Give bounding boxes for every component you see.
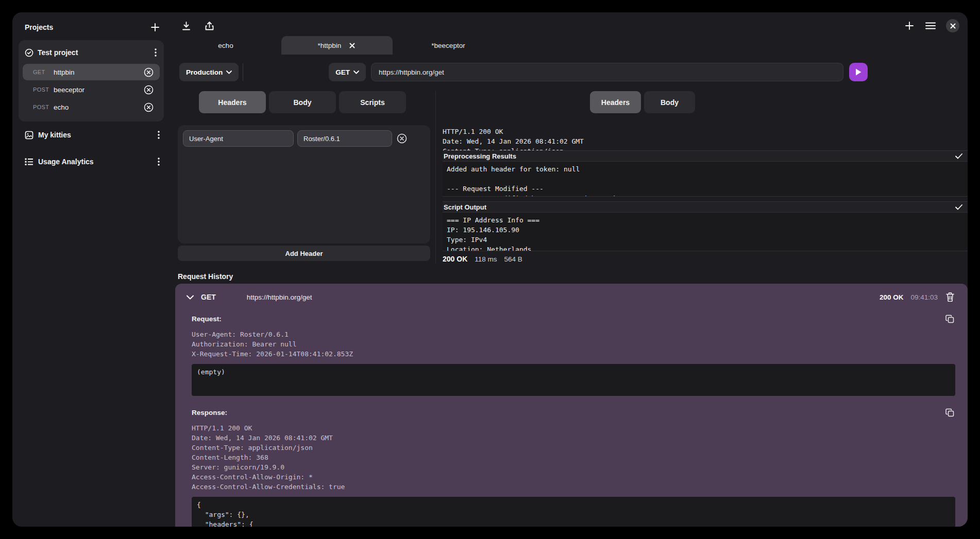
history-response-headers: HTTP/1.1 200 OK Date: Wed, 14 Jan 2026 0…: [185, 423, 955, 492]
chevron-down-icon: [226, 71, 232, 74]
sidebar-title: Projects: [25, 23, 53, 31]
response-label: Response:: [192, 409, 227, 416]
remove-header-button[interactable]: [396, 132, 408, 145]
request-bar: Production GET: [170, 63, 968, 81]
history-request-headers: User-Agent: Roster/0.6.1 Authorization: …: [185, 329, 955, 359]
request-method-label: POST: [33, 86, 54, 93]
kebab-menu-icon: [158, 158, 160, 166]
history-request-body: (empty): [192, 364, 955, 396]
remove-request-button[interactable]: [143, 66, 155, 78]
script-output-title: Script Output: [444, 203, 486, 211]
history-method: GET: [201, 293, 216, 301]
collapse-entry-button[interactable]: [185, 294, 195, 301]
environment-dropdown[interactable]: Production: [179, 63, 239, 81]
tab-label: echo: [218, 42, 233, 49]
request-name-label: httpbin: [54, 68, 143, 76]
tab-echo[interactable]: echo: [170, 36, 281, 55]
new-tab-button[interactable]: [904, 20, 915, 31]
tab-request-headers[interactable]: Headers: [199, 91, 266, 113]
preprocessing-results-title: Preprocessing Results: [444, 152, 516, 160]
toolbar: [170, 12, 968, 36]
export-button[interactable]: [204, 20, 215, 32]
tab-label: *beeceptor: [431, 42, 465, 49]
chevron-down-icon: [187, 295, 194, 300]
status-duration: 118 ms: [475, 255, 497, 263]
menu-button[interactable]: [924, 21, 937, 30]
editor-response-split: Headers Body Scripts Add Heade: [170, 91, 968, 264]
circle-x-icon: [144, 67, 154, 77]
image-icon: [25, 131, 33, 140]
tab-request-body[interactable]: Body: [269, 91, 336, 113]
project-menu-button[interactable]: [154, 47, 158, 58]
history-response-section: Response:: [185, 407, 955, 418]
method-label: GET: [335, 68, 350, 76]
history-entry: GET https://httpbin.org/get 200 OK 09:41…: [175, 284, 968, 527]
tab-httpbin[interactable]: *httpbin: [281, 36, 393, 55]
project-group: Test project GET httpbin POST beeceptor: [19, 40, 164, 121]
status-code: 200 OK: [443, 255, 467, 263]
collection-menu-button[interactable]: [157, 130, 161, 140]
plus-icon: [905, 21, 914, 30]
header-row: [183, 130, 425, 147]
download-icon: [181, 21, 191, 31]
add-header-button[interactable]: Add Header: [178, 246, 430, 261]
script-output-content[interactable]: === IP Address Info === IP: 195.146.105.…: [443, 212, 968, 251]
collection-usage-analytics[interactable]: Usage Analytics: [19, 143, 164, 170]
kebab-menu-icon: [155, 48, 157, 57]
headers-editor-panel: [178, 125, 430, 244]
request-item-httpbin[interactable]: GET httpbin: [23, 64, 160, 80]
request-item-beeceptor[interactable]: POST beeceptor: [23, 81, 160, 98]
close-icon: [349, 43, 355, 48]
request-history-title: Request History: [178, 272, 968, 281]
copy-icon: [945, 408, 954, 417]
request-method-label: POST: [33, 104, 54, 110]
collection-menu-button[interactable]: [157, 157, 161, 167]
environment-label: Production: [186, 68, 223, 76]
preprocessing-results-output[interactable]: Added auth header for token: null --- Re…: [443, 161, 968, 197]
main-area: echo *httpbin *beeceptor Production: [170, 12, 968, 527]
close-tab-button[interactable]: [348, 42, 356, 49]
method-dropdown[interactable]: GET: [329, 63, 366, 81]
send-request-button[interactable]: [849, 63, 868, 81]
add-project-button[interactable]: [149, 22, 161, 33]
app-window: Projects Test project GET httpbin: [12, 12, 968, 527]
remove-request-button[interactable]: [143, 101, 155, 113]
import-button[interactable]: [180, 20, 192, 32]
close-icon: [950, 23, 956, 29]
request-editor-tabs: Headers Body Scripts: [199, 91, 435, 113]
circle-x-icon: [397, 133, 407, 144]
trash-icon: [946, 292, 954, 302]
request-item-echo[interactable]: POST echo: [23, 99, 160, 115]
chevron-down-icon: [353, 71, 359, 74]
remove-request-button[interactable]: [143, 84, 155, 96]
tab-beeceptor[interactable]: *beeceptor: [393, 36, 504, 55]
project-name: Test project: [38, 48, 149, 57]
check-icon: [955, 204, 962, 210]
project-group-header[interactable]: Test project: [23, 44, 160, 63]
sidebar-header: Projects: [19, 20, 164, 40]
header-value-input[interactable]: [297, 130, 392, 147]
tab-request-scripts[interactable]: Scripts: [339, 91, 406, 113]
history-entry-header[interactable]: GET https://httpbin.org/get 200 OK 09:41…: [185, 290, 955, 304]
tab-response-body[interactable]: Body: [644, 91, 695, 113]
history-url: https://httpbin.org/get: [247, 293, 312, 301]
script-output-header[interactable]: Script Output: [443, 201, 968, 212]
share-icon: [205, 21, 214, 31]
url-input[interactable]: [371, 63, 843, 81]
copy-request-button[interactable]: [944, 314, 955, 324]
divider: [243, 63, 243, 81]
request-editor: Headers Body Scripts Add Heade: [170, 91, 435, 264]
clock-check-icon: [25, 48, 33, 57]
header-key-input[interactable]: [183, 130, 294, 147]
response-raw-headers: HTTP/1.1 200 OK Date: Wed, 14 Jan 2026 0…: [443, 127, 968, 150]
request-method-label: GET: [33, 69, 54, 75]
hamburger-menu-icon: [925, 22, 936, 29]
copy-response-button[interactable]: [944, 407, 955, 418]
preprocessing-results-header[interactable]: Preprocessing Results: [443, 150, 968, 161]
list-icon: [25, 158, 33, 166]
document-tabstrip: echo *httpbin *beeceptor: [170, 36, 968, 55]
tab-response-headers[interactable]: Headers: [590, 91, 641, 113]
close-window-button[interactable]: [946, 19, 959, 32]
delete-entry-button[interactable]: [945, 291, 955, 303]
collection-my-kitties[interactable]: My kitties: [19, 121, 164, 143]
